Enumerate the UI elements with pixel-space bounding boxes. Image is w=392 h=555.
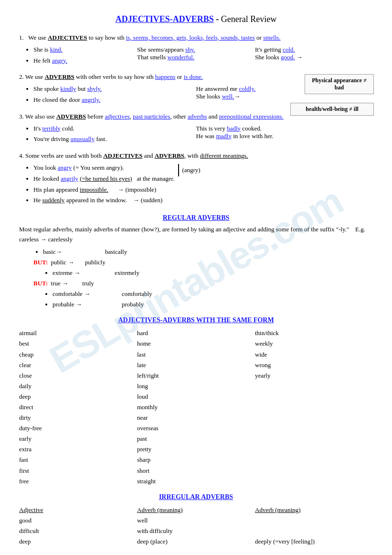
page-title: ADJECTIVES-ADVERBS - General Review bbox=[19, 14, 373, 24]
irregular-adverbs-table: Adjective gooddifficultdeep Adverb (mean… bbox=[19, 505, 373, 547]
section-3: 3. We also use ADVERBS before adjectives… bbox=[19, 112, 373, 146]
irr-col3-header: Adverb (meaning) bbox=[255, 505, 373, 515]
same-form-col1: airmailbestcheapclearclose dailydeepdire… bbox=[19, 328, 137, 486]
title-adjectives-adverbs: ADJECTIVES-ADVERBS bbox=[116, 14, 214, 24]
section-4-bullets: You look angry (= You seem angry). He lo… bbox=[33, 163, 174, 206]
same-form-col3: thin/thickweeklywidewrongyearly bbox=[255, 328, 373, 486]
irr-col-adverb-meaning1: Adverb (meaning) wellwith difficultydeep… bbox=[137, 505, 255, 547]
same-form-heading: ADJECTIVES-ADVERBS WITH THE SAME FORM bbox=[19, 316, 373, 324]
tooltip-health-wellbeing: health/well-being ≠ ill bbox=[290, 103, 374, 116]
regular-adverbs-list: basic→basically BUT: public → publicly e… bbox=[33, 247, 373, 310]
irr-col2-header: Adverb (meaning) bbox=[137, 505, 255, 515]
regular-adverbs-heading: REGULAR ADVERBS bbox=[19, 214, 373, 222]
regular-adverbs-section: Most regular adverbs, mainly adverbs of … bbox=[19, 225, 373, 310]
irr-col-adjective: Adjective gooddifficultdeep bbox=[19, 505, 137, 547]
same-form-list: airmailbestcheapclearclose dailydeepdire… bbox=[19, 328, 373, 486]
irregular-adverbs-heading: IRREGULAR ADVERBS bbox=[19, 493, 373, 501]
regular-adverbs-intro: Most regular adverbs, mainly adverbs of … bbox=[19, 225, 373, 245]
section-4: 4. Some verbs are used with both ADJECTI… bbox=[19, 151, 373, 207]
same-form-col2: hardhomelastlateleft/right longloudmonth… bbox=[137, 328, 255, 486]
tooltip-physical-appearance: Physical appearance ≠bad bbox=[305, 74, 374, 94]
bracket-angry: (angry) bbox=[178, 164, 200, 176]
section-1-bullets: She is kind. He felt angry. bbox=[33, 45, 137, 66]
section-4-text: 4. Some verbs are used with both ADJECTI… bbox=[19, 151, 373, 161]
section-1-text: 1. We use ADJECTIVES to say how sth is, … bbox=[19, 33, 373, 43]
section-3-bullets-left: It's terribly cold. You're driving unusu… bbox=[33, 124, 196, 145]
section-1: 1. We use ADJECTIVES to say how sth is, … bbox=[19, 33, 373, 67]
irr-col1-header: Adjective bbox=[19, 505, 137, 515]
section-2-bullets: She spoke kindly but shyly. He closed th… bbox=[33, 84, 196, 105]
title-general-review: General Review bbox=[221, 14, 276, 24]
irr-col-adverb-meaning2: Adverb (meaning) deeply (=very [feeling]… bbox=[255, 505, 373, 547]
